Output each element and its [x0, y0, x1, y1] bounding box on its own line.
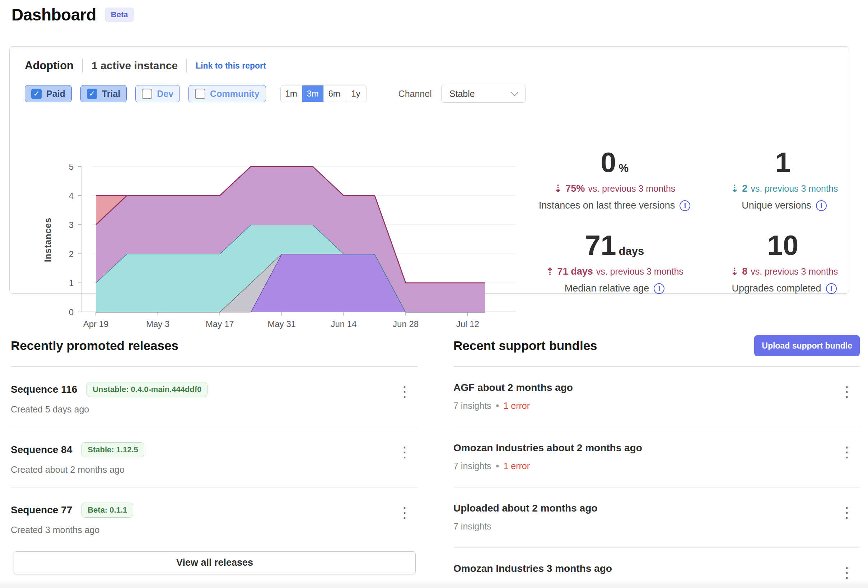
- release-list-item-2: Sequence 77 Beta: 0.1.1 Created 3 months…: [11, 488, 418, 548]
- stat-unit: %: [619, 162, 629, 175]
- kebab-menu-icon[interactable]: ⋮: [840, 386, 854, 398]
- bundle-title: Omozan Industries about 2 months ago: [453, 442, 642, 454]
- time-range-option-1[interactable]: 3m: [302, 86, 324, 102]
- stat-value: 0 %: [601, 148, 629, 176]
- stat-label: Instances on last three versions: [539, 200, 675, 211]
- kebab-menu-icon[interactable]: ⋮: [397, 386, 412, 398]
- stat-delta-text: vs. previous 3 months: [751, 183, 838, 194]
- info-icon[interactable]: i: [826, 283, 837, 294]
- stat-value: 71 days: [585, 231, 644, 259]
- bundle-title-row: Omozan Industries 3 months ago: [453, 563, 860, 574]
- channel-control: Channel Stable: [399, 85, 526, 103]
- bundle-insights-count: 7 insights: [453, 461, 492, 471]
- checkbox-icon[interactable]: [142, 89, 152, 99]
- adoption-title: Adoption: [25, 59, 74, 72]
- y-tick-label: 0: [69, 307, 74, 317]
- kebab-menu-icon[interactable]: ⋮: [840, 446, 854, 458]
- active-instance-count: 1 active instance: [92, 60, 178, 72]
- bundle-meta-row: 7 insights • 1 error: [453, 400, 860, 411]
- release-channel-badge: Stable: 1.12.5: [81, 442, 144, 457]
- release-created-text: Created 5 days ago: [11, 404, 418, 415]
- filter-chip-0[interactable]: Paid: [25, 85, 72, 102]
- stat-delta-text: vs. previous 3 months: [596, 266, 683, 277]
- stat-label-row: Unique versions i: [742, 200, 827, 211]
- stat-delta: ⇣ 2 vs. previous 3 months: [731, 183, 838, 195]
- checkbox-icon[interactable]: [31, 89, 41, 99]
- filter-chip-2[interactable]: Dev: [135, 85, 180, 102]
- info-icon[interactable]: i: [679, 200, 690, 211]
- bundle-title-row: Uploaded about 2 months ago: [453, 502, 860, 514]
- stat-value: 1: [775, 148, 793, 176]
- checkbox-icon[interactable]: [87, 89, 97, 99]
- x-tick-label: Jul 12: [456, 319, 479, 329]
- bundle-title: AGF about 2 months ago: [453, 382, 573, 393]
- kebab-menu-icon[interactable]: ⋮: [397, 446, 412, 458]
- stat-label: Upgrades completed: [732, 283, 821, 294]
- stat-delta-value: 8: [742, 266, 747, 277]
- adoption-stats-grid: 0 % ⇣ 75% vs. previous 3 months Instance…: [528, 148, 868, 294]
- stat-card-2: 71 days ⇡ 71 days vs. previous 3 months …: [528, 231, 701, 294]
- y-tick-label: 3: [69, 220, 74, 230]
- kebab-menu-icon[interactable]: ⋮: [397, 506, 412, 519]
- bundle-title-row: AGF about 2 months ago: [453, 382, 860, 393]
- bundles-section-header: Recent support bundles Upload support bu…: [453, 335, 860, 356]
- filter-chip-label: Community: [210, 89, 260, 99]
- page-header: Dashboard Beta: [12, 5, 134, 24]
- filter-chip-1[interactable]: Trial: [80, 85, 127, 102]
- bundle-error-count: 1 error: [503, 400, 530, 411]
- time-range-option-3[interactable]: 1y: [345, 86, 366, 102]
- x-tick-label: May 3: [146, 319, 170, 329]
- time-range-segmented-control: 1m 3m 6m 1y: [280, 85, 367, 102]
- separator: [186, 59, 187, 72]
- y-tick-label: 1: [69, 278, 74, 288]
- releases-section-header: Recently promoted releases: [11, 335, 418, 356]
- license-filter-group: Paid Trial Dev Community: [25, 85, 275, 102]
- bundle-insights-count: 7 insights: [453, 521, 492, 532]
- time-range-option-0[interactable]: 1m: [281, 86, 302, 102]
- stat-label: Unique versions: [742, 200, 811, 211]
- x-tick-label: Jun 28: [393, 319, 419, 329]
- release-title: Sequence 84: [11, 444, 72, 455]
- filter-chip-3[interactable]: Community: [189, 85, 266, 102]
- info-icon[interactable]: i: [816, 200, 827, 211]
- info-icon[interactable]: i: [654, 283, 664, 294]
- kebab-menu-icon[interactable]: ⋮: [840, 566, 854, 579]
- page-title: Dashboard: [12, 5, 96, 24]
- view-all-releases-button[interactable]: View all releases: [14, 551, 416, 574]
- stat-delta: ⇣ 8 vs. previous 3 months: [731, 266, 838, 278]
- stat-unit: days: [619, 245, 644, 258]
- stat-value: 10: [768, 231, 801, 259]
- release-title-row: Sequence 84 Stable: 1.12.5: [11, 442, 418, 457]
- checkbox-icon[interactable]: [195, 89, 205, 99]
- beta-badge: Beta: [105, 7, 134, 22]
- adoption-chart[interactable]: 012345Apr 19May 3May 17May 31Jun 14Jun 2…: [28, 160, 523, 335]
- link-to-report[interactable]: Link to this report: [196, 61, 266, 71]
- release-created-text: Created 3 months ago: [11, 525, 418, 535]
- stat-delta-value: 71 days: [558, 266, 593, 277]
- bundle-title-row: Omozan Industries about 2 months ago: [453, 442, 860, 454]
- x-tick-label: May 31: [268, 319, 296, 329]
- adoption-card-header: Adoption 1 active instance Link to this …: [25, 59, 266, 72]
- x-tick-label: Jun 14: [331, 319, 356, 329]
- release-list-item-0: Sequence 116 Unstable: 0.4.0-main.444ddf…: [11, 367, 418, 427]
- stat-label-row: Instances on last three versions i: [539, 200, 691, 211]
- release-title: Sequence 116: [11, 384, 77, 395]
- y-tick-label: 2: [69, 249, 74, 259]
- stat-number: 0: [601, 148, 616, 176]
- stat-delta: ⇡ 71 days vs. previous 3 months: [546, 266, 683, 278]
- adoption-controls: Paid Trial Dev Community: [25, 85, 526, 103]
- channel-select[interactable]: Stable: [441, 85, 526, 103]
- releases-list: Sequence 116 Unstable: 0.4.0-main.444ddf…: [11, 367, 418, 548]
- release-channel-badge: Beta: 0.1.1: [81, 502, 133, 518]
- adoption-card: Adoption 1 active instance Link to this …: [9, 46, 849, 294]
- trend-up-icon: ⇡: [546, 266, 554, 278]
- bundle-meta-row: 7 insights: [453, 521, 860, 532]
- upload-support-bundle-button[interactable]: Upload support bundle: [754, 335, 860, 356]
- releases-section: Recently promoted releases Sequence 116 …: [11, 335, 418, 574]
- time-range-option-2[interactable]: 6m: [324, 86, 345, 102]
- bundle-error-count: 1 error: [503, 461, 530, 471]
- bundle-list-item-0: AGF about 2 months ago 7 insights • 1 er…: [453, 367, 860, 427]
- kebab-menu-icon[interactable]: ⋮: [840, 506, 854, 519]
- bundle-title: Omozan Industries 3 months ago: [453, 563, 612, 574]
- channel-label: Channel: [399, 89, 432, 99]
